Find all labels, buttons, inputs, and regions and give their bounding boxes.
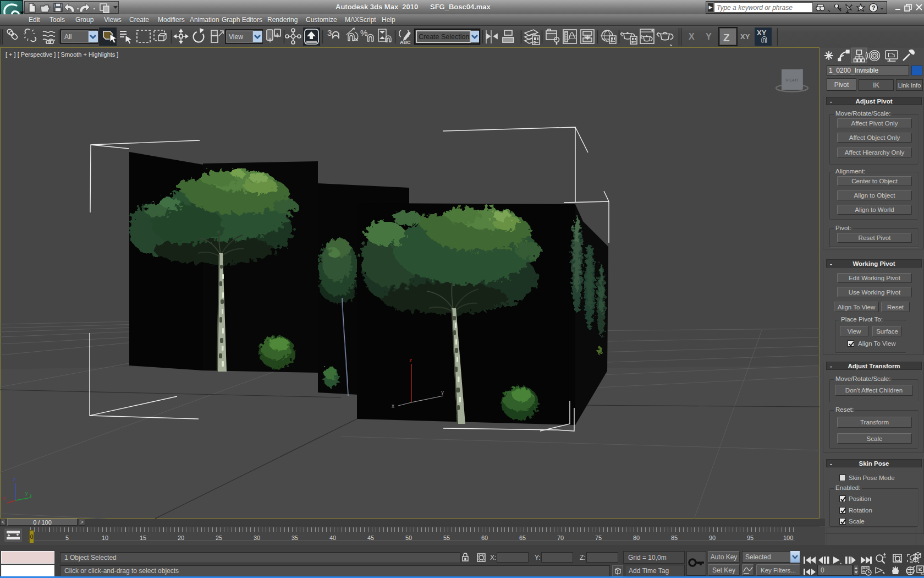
svg-text:y: y — [25, 490, 28, 496]
svg-text:x: x — [3, 495, 6, 501]
svg-text:z: z — [13, 477, 16, 482]
svg-text:RIGHT: RIGHT — [785, 78, 799, 83]
svg-text:XY: XY — [740, 32, 750, 41]
svg-text:%: % — [360, 28, 367, 37]
svg-text:[ + ] [ Perspective ] [ Smooth: [ + ] [ Perspective ] [ Smooth + Highlig… — [6, 51, 118, 58]
svg-text:x: x — [392, 403, 394, 409]
svg-text:z: z — [409, 357, 412, 363]
svg-text:ABC: ABC — [400, 40, 411, 45]
svg-text:All: All — [64, 33, 72, 41]
svg-text:Y: Y — [706, 32, 712, 41]
svg-text:?: ? — [872, 4, 876, 11]
svg-text:Create Selection Se: Create Selection Se — [419, 33, 480, 41]
svg-text:Z: Z — [723, 32, 730, 43]
svg-text:View: View — [229, 33, 243, 41]
svg-text:X: X — [689, 32, 695, 41]
svg-text:y: y — [441, 389, 444, 395]
svg-text:XY: XY — [757, 29, 767, 37]
svg-text:3: 3 — [327, 28, 332, 37]
